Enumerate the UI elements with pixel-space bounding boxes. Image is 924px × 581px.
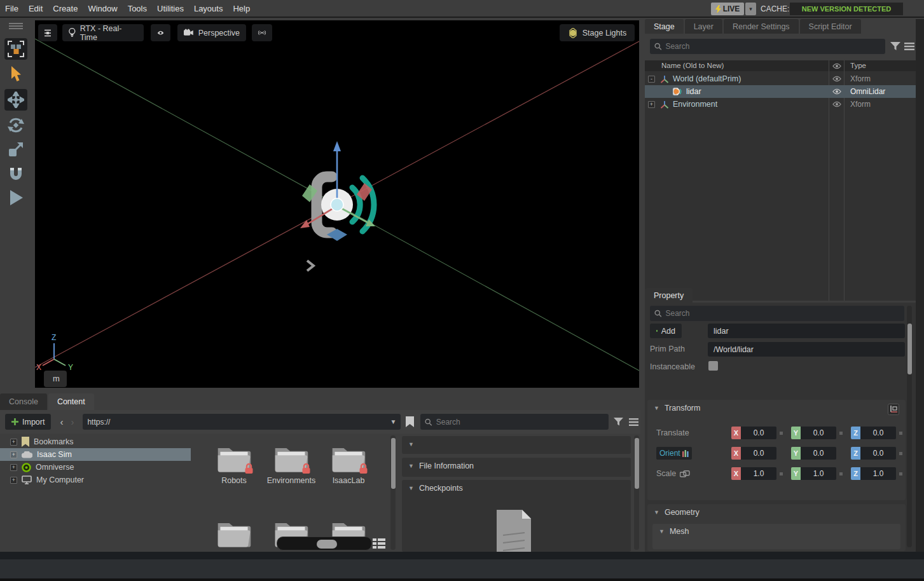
url-dropdown-icon[interactable]: ▼ [390,418,397,425]
lidar-prim-gizmo[interactable] [300,141,375,241]
render-mode-button[interactable]: RTX - Real-Time [62,24,144,41]
url-bar[interactable]: ▼ [83,414,401,430]
options-menu-icon[interactable] [904,43,914,50]
instanceable-checkbox[interactable] [708,361,718,371]
stage-search-input[interactable] [665,42,881,51]
stage-search[interactable] [650,39,885,54]
gizmo-center-handle[interactable] [331,198,343,211]
prim-name-field[interactable] [708,324,905,338]
tab-layer[interactable]: Layer [685,19,722,34]
link-icon[interactable] [680,470,690,477]
tree-item-my-computer[interactable]: + My Computer [0,474,191,486]
folder-tile-clipped[interactable] [205,517,263,551]
orient-x-field[interactable]: 0.0 [741,447,776,460]
geometry-header[interactable]: ▼ Geometry [647,504,906,521]
transform-header[interactable]: ▼ Transform [647,400,906,416]
visibility-button[interactable] [151,24,170,41]
scale-x-field[interactable]: 1.0 [741,467,776,480]
slider-thumb[interactable] [317,540,337,549]
filter-icon[interactable] [890,42,900,51]
translate-z-field[interactable]: 0.0 [860,427,896,439]
orient-y-field[interactable]: 0.0 [801,447,836,460]
viewport[interactable]: Z X Y m RTX - Real-Time [35,20,639,388]
menu-file[interactable]: File [0,4,24,13]
view-mode-icon[interactable] [373,538,385,549]
orient-z-field[interactable]: 0.0 [860,447,896,460]
signal-button[interactable] [252,24,272,41]
expander-icon[interactable]: + [10,451,17,458]
property-scrollbar[interactable] [907,306,912,547]
scale-tool-button[interactable] [4,139,27,160]
visibility-column-icon[interactable] [832,63,841,69]
expander-icon[interactable]: + [10,464,17,471]
column-name[interactable]: Name (Old to New) [661,62,724,69]
tab-content[interactable]: Content [48,393,94,410]
tree-item-bookmarks[interactable]: + Bookmarks [0,435,191,448]
rotate-tool-button[interactable] [4,114,27,136]
collapse-expander[interactable]: - [648,76,655,83]
toolbar-drag-handle[interactable] [4,20,27,33]
select-tool-button[interactable] [4,64,27,85]
visibility-eye-icon[interactable] [832,76,841,82]
expander-icon[interactable]: + [10,439,17,446]
folder-environments[interactable]: Environments [262,442,321,485]
tree-row-world[interactable]: - World (defaultPrim) Xform [645,72,916,85]
grid-scrollbar[interactable] [390,435,396,550]
live-dropdown-button[interactable]: ▾ [745,3,756,15]
icon-size-slider[interactable] [277,537,372,550]
menu-utilities[interactable]: Utilities [152,4,189,13]
viewport-expand-chevron[interactable] [307,261,314,271]
live-button[interactable]: LIVE [711,3,744,15]
tab-render-settings[interactable]: Render Settings [724,19,799,34]
tree-row-environment[interactable]: + Environment Xform [645,98,916,111]
expander-icon[interactable]: + [10,477,17,484]
content-search[interactable] [420,414,609,430]
prim-path-field[interactable] [708,342,905,357]
menu-layouts[interactable]: Layouts [189,4,228,13]
tree-row-lidar[interactable]: lidar OmniLidar [645,85,916,98]
translate-y-field[interactable]: 0.0 [801,427,836,439]
menu-edit[interactable]: Edit [24,4,48,13]
camera-button[interactable]: Perspective [177,24,246,41]
property-search[interactable] [650,306,904,321]
property-search-input[interactable] [665,309,900,318]
tab-stage[interactable]: Stage [645,19,684,34]
move-tool-button[interactable] [4,89,27,111]
bookmark-icon[interactable] [406,416,414,427]
menu-create[interactable]: Create [48,4,83,13]
forward-button[interactable]: › [71,416,74,427]
menu-tools[interactable]: Tools [123,4,152,13]
viewport-settings-button[interactable] [38,24,57,41]
filter-icon[interactable] [614,418,623,427]
mesh-header[interactable]: ▼ Mesh [652,524,900,539]
content-search-input[interactable] [436,418,605,427]
menu-window[interactable]: Window [83,4,122,13]
property-scrollbar-thumb[interactable] [907,324,912,374]
tree-item-omniverse[interactable]: + Omniverse [0,461,191,474]
detail-section-collapsed[interactable]: ▼ [402,436,631,454]
column-type[interactable]: Type [850,62,866,69]
tab-property[interactable]: Property [645,288,693,303]
info-scrollbar-thumb[interactable] [635,438,639,489]
tab-console[interactable]: Console [0,393,47,410]
play-button[interactable] [4,187,27,208]
snap-tool-button[interactable] [4,163,27,184]
translate-x-field[interactable]: 0.0 [741,427,776,439]
back-button[interactable]: ‹ [60,416,63,427]
scale-y-field[interactable]: 1.0 [801,467,836,480]
stage-lights-button[interactable]: Stage Lights [560,24,635,41]
url-input[interactable] [87,418,386,427]
info-scrollbar[interactable] [634,435,639,550]
import-button[interactable]: Import [5,414,51,430]
collapse-expander[interactable]: + [648,101,655,108]
selection-mode-button[interactable] [4,38,27,60]
tab-script-editor[interactable]: Script Editor [800,19,861,34]
folder-isaaclab[interactable]: IsaacLab [319,442,378,485]
scale-z-field[interactable]: 1.0 [860,467,896,480]
checkpoints-section[interactable]: ▼ Checkpoints [402,480,631,552]
transform-axes-icon[interactable] [888,404,899,415]
visibility-eye-icon[interactable] [832,88,841,95]
menu-help[interactable]: Help [228,4,255,13]
grid-scrollbar-thumb[interactable] [391,438,396,489]
folder-robots[interactable]: Robots [205,442,263,485]
